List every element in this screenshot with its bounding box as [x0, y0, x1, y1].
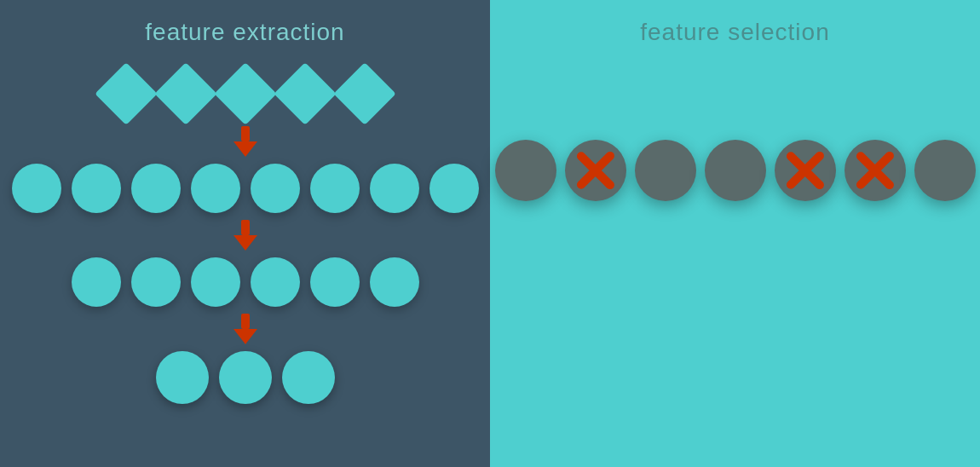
circle-2-3 [191, 257, 240, 307]
circle-2-4 [251, 257, 300, 307]
circle-2-6 [370, 257, 419, 307]
diamond-row [104, 72, 387, 116]
arrow-1 [233, 126, 257, 157]
arrow-head-3 [233, 329, 257, 344]
output-circle-row [156, 351, 335, 404]
arrow-head-1 [233, 141, 257, 157]
feature-extraction-panel: feature extraction [0, 0, 490, 467]
sel-circle-7 [914, 140, 976, 201]
feature-extraction-title: feature extraction [145, 19, 344, 46]
feature-selection-title: feature selection [640, 19, 829, 46]
circle-2-2 [131, 257, 181, 307]
arrow-2 [233, 220, 257, 251]
extraction-content [0, 72, 490, 409]
arrow-3 [233, 314, 257, 344]
circle-1-2 [72, 164, 121, 213]
sel-circle-4 [705, 140, 766, 201]
feature-selection-panel: feature selection [490, 0, 980, 467]
sel-circle-6-crossed [845, 140, 906, 201]
circle-1-6 [310, 164, 360, 213]
selection-circle-row [495, 140, 976, 201]
arrow-shaft-2 [241, 220, 250, 235]
circle-row-1 [12, 164, 479, 213]
circle-1-8 [429, 164, 479, 213]
selection-content [490, 140, 980, 201]
arrow-shaft-3 [241, 314, 250, 329]
output-circle-1 [156, 351, 209, 404]
arrow-shaft-1 [241, 126, 250, 141]
diamond-1 [95, 62, 158, 125]
circle-1-5 [251, 164, 300, 213]
circle-1-4 [191, 164, 240, 213]
diamond-5 [333, 62, 396, 125]
circle-2-1 [72, 257, 121, 307]
diamond-2 [154, 62, 217, 125]
circle-1-1 [12, 164, 61, 213]
circle-2-5 [310, 257, 360, 307]
arrow-head-2 [233, 235, 257, 251]
diamond-3 [214, 62, 277, 125]
sel-circle-2-crossed [565, 140, 626, 201]
circle-row-2 [72, 257, 419, 307]
sel-circle-1 [495, 140, 556, 201]
circle-1-7 [370, 164, 419, 213]
sel-circle-5-crossed [775, 140, 836, 201]
diamond-4 [274, 62, 337, 125]
circle-1-3 [131, 164, 181, 213]
sel-circle-3 [635, 140, 696, 201]
output-circle-3 [282, 351, 335, 404]
output-circle-2 [219, 351, 272, 404]
